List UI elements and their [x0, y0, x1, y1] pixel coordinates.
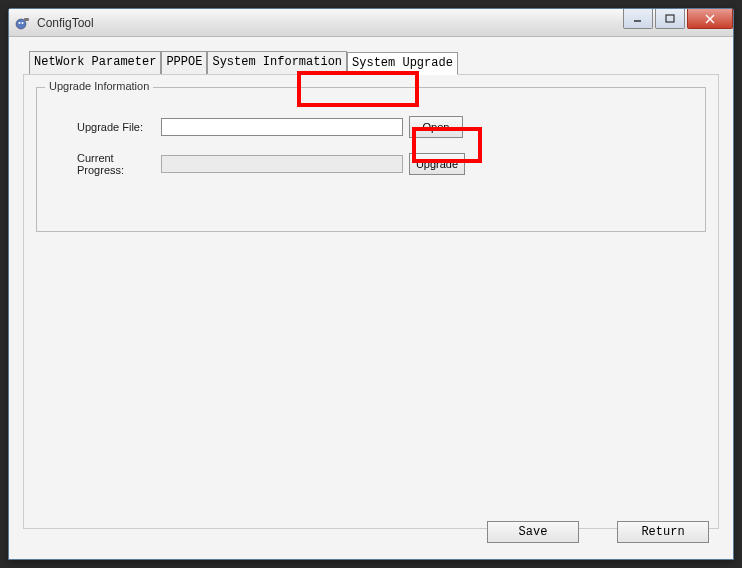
content-area: NetWork Parameter PPPOE System Informati… [9, 37, 733, 559]
progress-row: Current Progress: Upgrade [55, 152, 687, 176]
titlebar[interactable]: ConfigTool [9, 9, 733, 37]
svg-rect-5 [666, 15, 674, 22]
upgrade-button[interactable]: Upgrade [409, 153, 465, 175]
upgrade-info-groupbox: Upgrade Information Upgrade File: Open C… [36, 87, 706, 232]
svg-point-2 [19, 22, 21, 24]
svg-rect-1 [24, 18, 29, 21]
tab-system-information[interactable]: System Information [207, 51, 347, 74]
save-button[interactable]: Save [487, 521, 579, 543]
bottom-buttons: Save Return [487, 521, 709, 543]
window-controls [621, 9, 733, 29]
upgrade-file-input[interactable] [161, 118, 403, 136]
maximize-button[interactable] [655, 9, 685, 29]
app-icon [15, 15, 31, 31]
open-button[interactable]: Open [409, 116, 463, 138]
window-title: ConfigTool [37, 16, 94, 30]
close-button[interactable] [687, 9, 733, 29]
tab-panel: Upgrade Information Upgrade File: Open C… [23, 74, 719, 529]
upgrade-file-row: Upgrade File: Open [55, 116, 687, 138]
progress-bar [161, 155, 403, 173]
upgrade-file-label: Upgrade File: [55, 121, 161, 133]
tab-pppoe[interactable]: PPPOE [161, 51, 207, 74]
svg-point-3 [22, 22, 24, 24]
minimize-button[interactable] [623, 9, 653, 29]
groupbox-legend: Upgrade Information [45, 80, 153, 92]
progress-label: Current Progress: [55, 152, 161, 176]
tab-system-upgrade[interactable]: System Upgrade [347, 52, 458, 75]
tab-network-parameter[interactable]: NetWork Parameter [29, 51, 161, 74]
config-tool-window: ConfigTool NetWork Parameter PPPOE Syste… [8, 8, 734, 560]
return-button[interactable]: Return [617, 521, 709, 543]
tab-bar: NetWork Parameter PPPOE System Informati… [29, 51, 719, 74]
